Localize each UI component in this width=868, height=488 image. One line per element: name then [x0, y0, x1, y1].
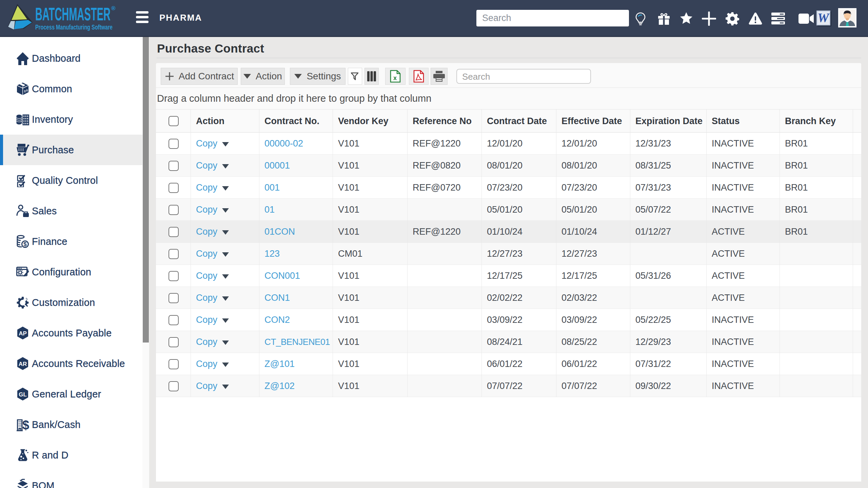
svg-text:AR: AR — [19, 361, 27, 367]
svg-text:$: $ — [23, 241, 27, 248]
svg-text:BATCHMASTER: BATCHMASTER — [35, 4, 111, 24]
svg-text:Process Manufacturing Software: Process Manufacturing Software — [35, 23, 113, 31]
svg-text:AP: AP — [19, 330, 27, 337]
svg-text:$: $ — [22, 418, 29, 431]
svg-text:W: W — [817, 11, 830, 25]
svg-text:®: ® — [111, 5, 116, 12]
svg-text:x: x — [393, 75, 397, 81]
svg-text:GL: GL — [19, 391, 27, 398]
